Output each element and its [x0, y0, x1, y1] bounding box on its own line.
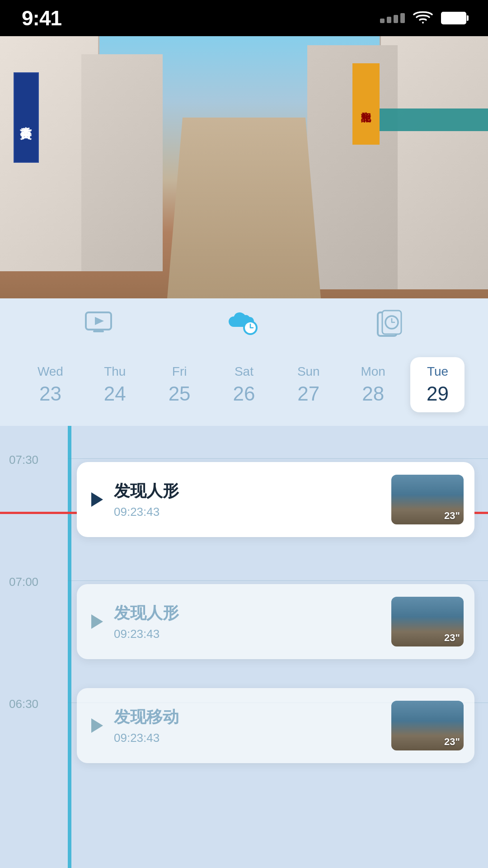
cloud-clock-icon: [228, 311, 260, 336]
time-label-0630: 06:30: [9, 697, 38, 711]
event-title-1: 发现人形: [114, 480, 380, 502]
cal-day-num-5: 28: [362, 382, 384, 405]
cloud-clock-button[interactable]: [228, 311, 260, 336]
wifi-icon: [413, 11, 433, 25]
calendar-strip: Wed 23 Thu 24 Fri 25 Sat 26 Sun 27 Mon 2…: [0, 348, 488, 426]
play-icon-1: [91, 492, 103, 507]
thumb-duration-1: 23": [444, 510, 460, 522]
cal-day-name-0: Wed: [38, 364, 63, 379]
timeline-area: 07:30 07:00 06:30 发现人形 09:23:43 23" 发现人形…: [0, 426, 488, 868]
time-label-0730: 07:30: [9, 453, 38, 467]
time-label-0700: 07:00: [9, 575, 38, 589]
card-clock-icon: [376, 310, 403, 337]
event-time-1: 09:23:43: [114, 505, 380, 519]
timeline-vertical-line: [68, 426, 71, 868]
calendar-day-24[interactable]: Thu 24: [88, 357, 142, 412]
cal-day-name-4: Sun: [297, 364, 320, 379]
event-thumb-1: 23": [391, 475, 464, 524]
toolbar: [0, 298, 488, 348]
thumb-duration-3: 23": [444, 736, 460, 748]
status-icons: [380, 11, 466, 25]
cal-day-num-3: 26: [233, 382, 255, 405]
play-icon-3: [91, 718, 103, 733]
cal-day-num-0: 23: [39, 382, 61, 405]
event-card-2[interactable]: 发现人形 09:23:43 23": [77, 584, 474, 659]
thumb-duration-2: 23": [444, 632, 460, 644]
calendar-day-28[interactable]: Mon 28: [346, 357, 400, 412]
event-time-3: 09:23:43: [114, 731, 380, 745]
event-card-1[interactable]: 发现人形 09:23:43 23": [77, 462, 474, 537]
status-time: 9:41: [22, 6, 61, 30]
cal-day-name-6: Tue: [427, 364, 448, 379]
event-thumb-2: 23": [391, 597, 464, 646]
cal-day-name-2: Fri: [172, 364, 187, 379]
tick-0700: [68, 580, 488, 581]
cal-day-num-4: 27: [297, 382, 319, 405]
event-info-1: 发现人形 09:23:43: [114, 480, 380, 519]
status-bar: 9:41: [0, 0, 488, 36]
cal-day-num-6: 29: [427, 382, 449, 405]
cal-day-name-3: Sat: [235, 364, 253, 379]
battery-icon: [441, 12, 466, 24]
sign-yellow: 金相記: [352, 63, 380, 145]
cal-day-num-2: 25: [169, 382, 191, 405]
hero-image: 吉美香 金相記: [0, 36, 488, 298]
event-card-3[interactable]: 发现移动 09:23:43 23": [77, 688, 474, 763]
card-clock-button[interactable]: [376, 310, 403, 337]
tick-0730: [68, 458, 488, 459]
tv-play-icon: [85, 311, 112, 335]
cal-day-name-5: Mon: [361, 364, 385, 379]
cal-day-name-1: Thu: [104, 364, 126, 379]
calendar-day-23[interactable]: Wed 23: [23, 357, 77, 412]
cal-day-num-1: 24: [104, 382, 126, 405]
event-title-2: 发现人形: [114, 602, 380, 624]
calendar-days: Wed 23 Thu 24 Fri 25 Sat 26 Sun 27 Mon 2…: [18, 357, 470, 412]
event-thumb-3: 23": [391, 701, 464, 750]
calendar-day-27[interactable]: Sun 27: [282, 357, 336, 412]
play-icon-2: [91, 614, 103, 629]
event-info-3: 发现移动 09:23:43: [114, 706, 380, 745]
calendar-day-26[interactable]: Sat 26: [217, 357, 271, 412]
tv-play-button[interactable]: [85, 311, 112, 335]
event-time-2: 09:23:43: [114, 627, 380, 641]
signal-icon: [380, 13, 405, 23]
event-info-2: 发现人形 09:23:43: [114, 602, 380, 641]
event-title-3: 发现移动: [114, 706, 380, 728]
calendar-day-29[interactable]: Tue 29: [410, 357, 465, 412]
calendar-day-25[interactable]: Fri 25: [152, 357, 206, 412]
sign-left: 吉美香: [14, 72, 39, 163]
